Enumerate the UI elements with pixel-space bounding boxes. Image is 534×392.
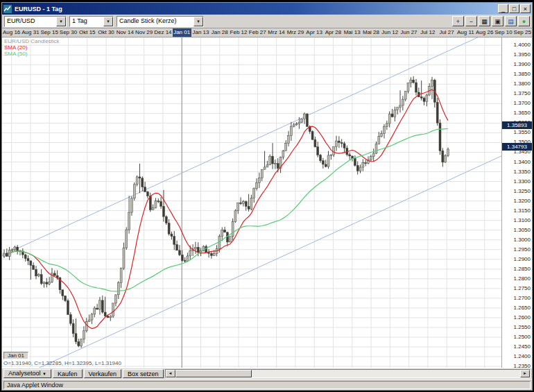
horizontal-scrollbar[interactable]: ◄ ► (165, 369, 531, 378)
date-label: Mai 13 (343, 28, 361, 37)
price-tick: 1.3250 (514, 189, 531, 194)
date-label: Dez 14 (153, 28, 172, 37)
price-tick: 1.2850 (514, 266, 531, 272)
bottom-toolbar: Analysetool ▼ Kaufen Verkaufen Box setze… (2, 368, 532, 379)
price-tick: 1.3700 (514, 101, 531, 106)
scroll-right-icon[interactable]: ► (520, 370, 530, 377)
date-label: Okt 15 (78, 28, 96, 37)
title-bar: EURUSD - 1 Tag _ □ × (2, 3, 532, 15)
chart-grid-icon[interactable]: ▦ (479, 16, 490, 26)
scroll-left-icon[interactable]: ◄ (166, 370, 175, 377)
crosshair-icon[interactable]: + (452, 16, 464, 26)
date-label: Mrz 29 (286, 28, 304, 37)
chart-type-select[interactable]: Candle Stick (Kerze) ▼ (117, 16, 204, 27)
date-label: Aug 11 (456, 28, 475, 37)
date-label: Apr 28 (324, 28, 343, 37)
chevron-down-icon[interactable]: ▼ (193, 17, 203, 26)
price-tick: 1.2450 (514, 344, 531, 350)
toolbar-icon-group: +−▦▣▤● (452, 16, 530, 26)
price-tick: 1.3050 (514, 228, 531, 233)
price-tick: 1.2700 (514, 296, 531, 301)
ohlc-readout: O=1.31940, C=1.32285, H=1.32395, L=1.319… (3, 360, 121, 366)
date-label: Feb 12 (229, 28, 248, 37)
price-tick: 1.3100 (514, 218, 531, 223)
settings-icon[interactable]: ▤ (505, 16, 517, 26)
date-label: Aug 31 (21, 28, 40, 37)
price-tick: 1.2800 (514, 276, 531, 282)
date-label: Feb 27 (248, 28, 267, 37)
date-label: Mai 28 (361, 28, 380, 37)
price-tick: 1.2550 (514, 325, 531, 330)
period-select[interactable]: 1 Tag ▼ (69, 16, 114, 27)
analysetool-label: Analysetool (8, 370, 41, 377)
date-axis: Aug 16Aug 31Sep 15Sep 30Okt 15Okt 30Nov … (2, 28, 532, 37)
chart-toolbar: EUR/USD ▼ 1 Tag ▼ Candle Stick (Kerze) ▼… (2, 15, 532, 28)
price-tick: 1.2350 (514, 364, 531, 368)
price-tick: 1.3200 (514, 198, 531, 204)
info-date-box: Jan 01 (3, 352, 28, 359)
date-label: Aug 16 (2, 28, 21, 37)
chart-main-row: EUR/USD Candlestick SMA (20) SMA (50) Ja… (2, 37, 532, 368)
chevron-down-icon: ▼ (42, 372, 46, 376)
candlestick-chart[interactable] (2, 37, 501, 368)
chevron-down-icon[interactable]: ▼ (103, 17, 113, 26)
scrollbar-thumb[interactable] (175, 370, 252, 377)
analysetool-button[interactable]: Analysetool ▼ (3, 369, 51, 378)
period-select-value: 1 Tag (70, 17, 103, 26)
price-tick: 1.2650 (514, 305, 531, 311)
price-tick: 1.4000 (514, 42, 531, 48)
price-tick: 1.3650 (514, 110, 531, 116)
app-window: EURUSD - 1 Tag _ □ × EUR/USD ▼ 1 Tag ▼ C… (1, 2, 533, 391)
date-label: Jul 27 (437, 28, 456, 37)
symbol-select-value: EUR/USD (5, 17, 56, 26)
price-tick: 1.3150 (514, 208, 531, 214)
price-tick: 1.2950 (514, 247, 531, 253)
price-tick: 1.3000 (514, 237, 531, 243)
price-tick: 1.3850 (514, 71, 531, 77)
minimize-button[interactable]: _ (498, 4, 508, 13)
chart-type-select-value: Candle Stick (Kerze) (117, 17, 193, 26)
sell-button[interactable]: Verkaufen (84, 369, 122, 378)
maximize-button[interactable]: □ (509, 4, 519, 13)
date-label: Sep 25 (513, 28, 532, 37)
price-tick: 1.3550 (514, 130, 531, 135)
price-axis: 1.40001.39501.39001.38501.38001.37501.37… (501, 37, 532, 368)
buy-button[interactable]: Kaufen (53, 369, 83, 378)
date-label: Sep 30 (59, 28, 78, 37)
legend-sma-fast-label: SMA (20) (4, 44, 60, 51)
date-label: Jan 01 (173, 28, 191, 37)
date-label: Jan 28 (210, 28, 229, 37)
chart-legend: EUR/USD Candlestick SMA (20) SMA (50) (4, 38, 60, 57)
app-icon (3, 5, 12, 13)
close-button[interactable]: × (520, 4, 531, 13)
date-label: Aug 26 (475, 28, 494, 37)
date-label: Apr 13 (305, 28, 324, 37)
chart-info-overlay: Jan 01 O=1.31940, C=1.32285, H=1.32395, … (3, 352, 121, 366)
price-tick: 1.2600 (514, 315, 531, 321)
print-icon[interactable]: ▣ (492, 16, 503, 26)
chevron-down-icon[interactable]: ▼ (56, 17, 66, 26)
zoom-out-icon[interactable]: − (465, 16, 477, 26)
set-box-button[interactable]: Box setzen (123, 369, 164, 378)
date-label: Jun 12 (381, 28, 399, 37)
price-tick: 1.3750 (514, 91, 531, 96)
legend-series-label: EUR/USD Candlestick (4, 38, 60, 44)
date-label: Sep 15 (40, 28, 59, 37)
date-label: Mrz 14 (267, 28, 286, 37)
price-tick: 1.2400 (514, 354, 531, 359)
window-title: EURUSD - 1 Tag (15, 6, 497, 12)
symbol-select[interactable]: EUR/USD ▼ (4, 16, 67, 27)
help-icon[interactable]: ● (518, 16, 530, 26)
date-label: Nov 29 (135, 28, 153, 37)
chart-area[interactable]: EUR/USD Candlestick SMA (20) SMA (50) Ja… (2, 37, 501, 368)
price-tick: 1.3900 (514, 62, 531, 67)
price-tick: 1.2500 (514, 334, 531, 340)
date-label: Okt 30 (96, 28, 115, 37)
price-tick: 1.3400 (514, 160, 531, 165)
date-label: Jul 12 (418, 28, 437, 37)
price-tick: 1.2750 (514, 286, 531, 291)
date-label: Sep 10 (494, 28, 513, 37)
price-highlight-badge: 1.34793 (502, 143, 532, 151)
price-highlight-badge: 1.35893 (502, 121, 532, 129)
scrollbar-track[interactable] (252, 370, 520, 377)
